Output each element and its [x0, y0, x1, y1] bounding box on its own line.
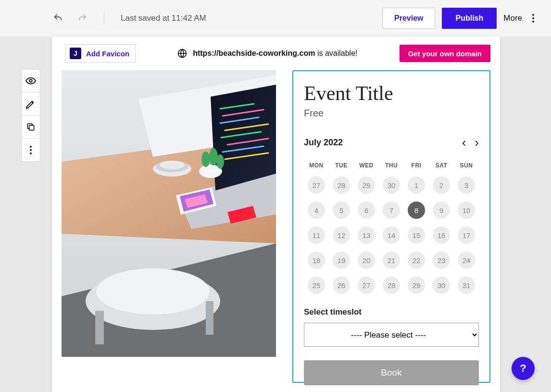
calendar-day[interactable]: 16 [433, 227, 450, 244]
calendar-day[interactable]: 29 [408, 277, 425, 294]
hero-image[interactable] [62, 70, 276, 357]
calendar-header: July 2022 ‹ › [304, 136, 479, 149]
history-controls: Last saved at 11:42 AM [53, 13, 206, 24]
domain-available-text: is available! [315, 49, 357, 57]
publish-button[interactable]: Publish [442, 8, 497, 29]
page-content: Event Title Free July 2022 ‹ › MONTUEWED… [52, 70, 500, 383]
calendar-next-button[interactable]: › [475, 136, 479, 149]
calendar-day[interactable]: 4 [308, 202, 325, 219]
calendar-dow: SUN [454, 162, 479, 169]
last-saved-text: Last saved at 11:42 AM [121, 13, 206, 23]
calendar-day[interactable]: 21 [383, 252, 400, 269]
calendar-day[interactable]: 1 [408, 177, 425, 194]
redo-icon [77, 13, 88, 24]
book-button[interactable]: Book [304, 360, 479, 385]
calendar-day[interactable]: 19 [333, 252, 350, 269]
calendar-day[interactable]: 10 [458, 202, 475, 219]
calendar-day[interactable]: 25 [308, 277, 325, 294]
calendar-grid: MONTUEWEDTHUFRISATSUN2728293012345678910… [304, 162, 479, 294]
calendar-day[interactable]: 11 [308, 227, 325, 244]
tool-rail [21, 69, 40, 162]
undo-icon [53, 13, 63, 24]
calendar-day[interactable]: 5 [333, 202, 350, 219]
event-title: Event Title [304, 82, 479, 105]
calendar-day[interactable]: 20 [358, 252, 375, 269]
event-price: Free [304, 108, 479, 119]
svg-rect-1 [29, 125, 34, 130]
svg-point-27 [216, 154, 224, 169]
redo-button[interactable] [77, 13, 88, 24]
calendar-day[interactable]: 9 [433, 202, 450, 219]
tool-copy[interactable] [21, 115, 40, 139]
calendar-day[interactable]: 14 [383, 227, 400, 244]
calendar-day[interactable]: 15 [408, 227, 425, 244]
more-vertical-icon [26, 143, 35, 157]
calendar-day[interactable]: 18 [308, 252, 325, 269]
calendar-month-label: July 2022 [304, 138, 343, 148]
calendar-day[interactable]: 17 [458, 227, 475, 244]
workspace-illustration [62, 70, 276, 357]
domain-availability: https://beachside-coworking.com is avail… [177, 49, 357, 58]
calendar-dow: SAT [429, 162, 454, 169]
svg-point-23 [160, 161, 185, 169]
domain-url-text: https://beachside-coworking.com [193, 49, 315, 57]
calendar-day[interactable]: 27 [358, 277, 375, 294]
calendar-day[interactable]: 24 [458, 252, 475, 269]
globe-icon [177, 49, 187, 58]
calendar-day[interactable]: 23 [433, 252, 450, 269]
calendar-day[interactable]: 3 [458, 177, 475, 194]
timeslot-select[interactable]: ---- Please select ---- [304, 323, 479, 347]
add-favicon-label: Add Favicon [86, 50, 129, 58]
calendar-day[interactable]: 12 [333, 227, 350, 244]
calendar-dow: THU [379, 162, 404, 169]
calendar-day[interactable]: 28 [383, 277, 400, 294]
top-toolbar: Last saved at 11:42 AM Preview Publish M… [0, 0, 551, 37]
calendar-day[interactable]: 26 [333, 277, 350, 294]
calendar-day[interactable]: 30 [433, 277, 450, 294]
calendar-day[interactable]: 13 [358, 227, 375, 244]
calendar-nav: ‹ › [462, 136, 479, 149]
timeslot-label: Select timeslot [304, 307, 479, 317]
help-button[interactable]: ? [512, 357, 535, 380]
calendar-day[interactable]: 7 [383, 202, 400, 219]
svg-rect-31 [206, 301, 213, 335]
calendar-dow: TUE [329, 162, 354, 169]
svg-point-0 [29, 79, 32, 82]
get-domain-button[interactable]: Get your own domain [400, 45, 490, 62]
svg-rect-30 [95, 311, 104, 344]
calendar-day[interactable]: 28 [333, 177, 350, 194]
add-favicon-button[interactable]: J Add Favicon [65, 44, 136, 63]
toolbar-right: Preview Publish More [382, 8, 538, 29]
tool-pen[interactable] [21, 92, 40, 115]
calendar-prev-button[interactable]: ‹ [462, 136, 466, 149]
calendar-day[interactable]: 2 [433, 177, 450, 194]
preview-button[interactable]: Preview [382, 8, 435, 29]
calendar-day[interactable]: 8 [408, 202, 425, 219]
calendar-day[interactable]: 27 [308, 177, 325, 194]
eye-icon [25, 76, 36, 86]
svg-point-25 [201, 152, 210, 167]
svg-point-29 [96, 268, 210, 315]
calendar-day[interactable]: 22 [408, 252, 425, 269]
copy-icon [26, 122, 36, 132]
domain-bar: J Add Favicon https://beachside-coworkin… [52, 37, 500, 70]
calendar-day[interactable]: 30 [383, 177, 400, 194]
tool-more[interactable] [21, 139, 40, 162]
tool-visibility[interactable] [21, 69, 40, 92]
more-menu-icon[interactable] [529, 12, 538, 25]
more-button[interactable]: More [503, 13, 522, 23]
calendar-day[interactable]: 29 [358, 177, 375, 194]
pen-icon [25, 99, 36, 109]
undo-button[interactable] [53, 13, 63, 24]
calendar-dow: MON [304, 162, 329, 169]
calendar-dow: FRI [404, 162, 429, 169]
editor-canvas: J Add Favicon https://beachside-coworkin… [52, 37, 500, 392]
calendar-day[interactable]: 6 [358, 202, 375, 219]
favicon-placeholder-icon: J [70, 48, 81, 59]
toolbar-divider [104, 13, 104, 24]
calendar-day[interactable]: 31 [458, 277, 475, 294]
booking-panel[interactable]: Event Title Free July 2022 ‹ › MONTUEWED… [292, 70, 490, 383]
calendar-dow: WED [354, 162, 379, 169]
